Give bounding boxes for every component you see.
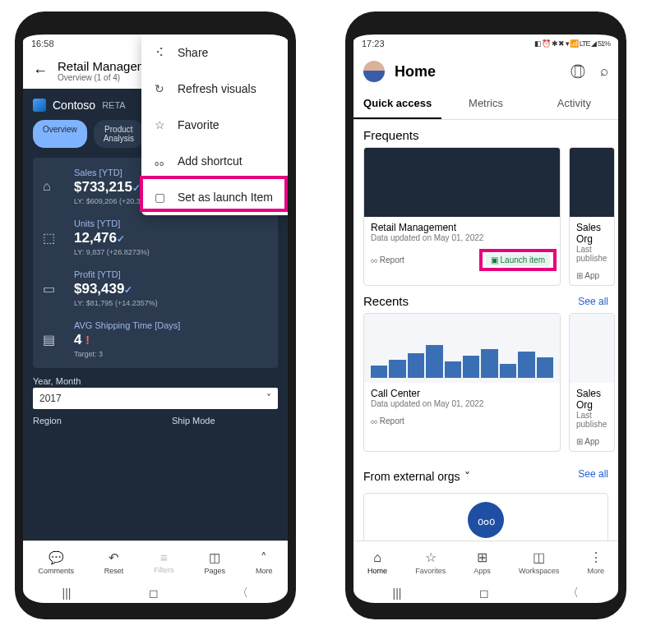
status-time: 17:23 bbox=[362, 39, 385, 48]
nav-favorites[interactable]: ☆Favorites bbox=[415, 550, 446, 575]
comment-icon: 💬 bbox=[49, 550, 64, 565]
shortcut-icon: ₒₒ bbox=[153, 154, 166, 168]
chart-thumbnail bbox=[570, 314, 614, 383]
card-type: App bbox=[584, 437, 599, 446]
camera-icon[interactable]: ⌷⃝ bbox=[574, 63, 582, 80]
menu-add-shortcut[interactable]: ₒₒAdd shortcut bbox=[141, 143, 288, 179]
nav-label: More bbox=[587, 567, 604, 575]
cube-icon: ⬚ bbox=[43, 218, 62, 256]
more-icon: ˄ bbox=[261, 550, 267, 565]
section-external: From external orgs˅ See all ₀ₒ₀ bbox=[363, 460, 608, 540]
slicer-value: 2017 bbox=[39, 393, 62, 404]
status-battery: 51% bbox=[598, 39, 610, 48]
card-external-org[interactable]: ₀ₒ₀ bbox=[363, 493, 608, 540]
bottom-label: Pages bbox=[205, 567, 226, 575]
nav-home[interactable]: ⌂Home bbox=[367, 550, 387, 575]
metric-sub: LY: $81,795 (+14.2357%) bbox=[74, 299, 158, 307]
card-retail-management[interactable]: Retail Management Data updated on May 01… bbox=[363, 147, 561, 286]
nav-back-icon[interactable]: 〈 bbox=[237, 586, 248, 600]
nav-recents-icon[interactable]: ||| bbox=[393, 586, 402, 600]
phone-right: 17:23 ◧ ⏰ ✱ ✖ ▾ 📶 LTE ◢ 51% Home ⌷⃝ ⌕ Qu… bbox=[345, 12, 626, 619]
app-type-icon: ⊞ bbox=[576, 271, 583, 280]
card-sales-org[interactable]: Sales Org Last publishe ⊞ App bbox=[569, 313, 615, 452]
bottom-comments[interactable]: 💬Comments bbox=[38, 550, 74, 575]
nav-recents-icon[interactable]: ||| bbox=[62, 586, 72, 600]
slicer-year: Year, Month 2017˅ bbox=[33, 376, 278, 409]
section-title: From external orgs bbox=[363, 470, 460, 483]
menu-share[interactable]: ⠪Share bbox=[141, 34, 288, 71]
card-subtitle: Data updated on May 01, 2022 bbox=[371, 399, 553, 408]
see-all-link[interactable]: See all bbox=[578, 296, 608, 307]
metric-sub: Target: 3 bbox=[74, 350, 180, 358]
launch-item-badge: ▣Launch item bbox=[486, 254, 550, 266]
nav-label: Workspaces bbox=[519, 567, 559, 575]
metric-label: Profit [YTD] bbox=[74, 269, 158, 279]
nav-label: Apps bbox=[474, 567, 491, 575]
menu-favorite[interactable]: ☆Favorite bbox=[141, 107, 288, 143]
reset-icon: ↶ bbox=[109, 550, 119, 565]
section-frequents: Frequents Retail Management Data updated… bbox=[363, 128, 608, 286]
home-tabs: Quick access Metrics Activity bbox=[353, 90, 618, 120]
store-icon: ⌂ bbox=[43, 168, 62, 205]
tab-overview[interactable]: Overview bbox=[33, 120, 87, 148]
nav-label: Home bbox=[367, 567, 387, 575]
chevron-down-icon: ˅ bbox=[266, 393, 271, 404]
card-title: Retail Management bbox=[371, 222, 553, 233]
card-title: Sales Org bbox=[576, 222, 607, 245]
check-icon: ✓ bbox=[117, 233, 125, 245]
bottom-more[interactable]: ˄More bbox=[256, 550, 273, 575]
chevron-down-icon: ˅ bbox=[464, 470, 470, 483]
filter-icon: ≡ bbox=[160, 550, 168, 564]
back-icon[interactable]: ← bbox=[33, 62, 48, 80]
status-time: 16:58 bbox=[31, 39, 54, 48]
slicer-label: Year, Month bbox=[33, 376, 278, 386]
bottom-reset[interactable]: ↶Reset bbox=[104, 550, 124, 575]
launch-label: Launch item bbox=[501, 255, 545, 264]
status-icons: ◧ ⏰ ✱ ✖ ▾ 📶 LTE ◢ bbox=[534, 39, 596, 48]
nav-apps[interactable]: ⊞Apps bbox=[474, 550, 491, 575]
menu-label: Refresh visuals bbox=[178, 82, 256, 95]
card-sales-org[interactable]: Sales Org Last publishe ⊞ App bbox=[569, 147, 615, 286]
nav-more[interactable]: ⋮More bbox=[587, 550, 604, 575]
calendar-icon: ▤ bbox=[43, 320, 62, 358]
bottom-label: Comments bbox=[38, 567, 74, 575]
menu-set-launch-item[interactable]: ▢Set as launch Item bbox=[141, 179, 288, 215]
menu-label: Favorite bbox=[178, 118, 219, 131]
menu-refresh[interactable]: ↻Refresh visuals bbox=[141, 71, 288, 107]
nav-workspaces[interactable]: ◫Workspaces bbox=[519, 550, 559, 575]
nav-home-icon[interactable]: ◻ bbox=[479, 586, 489, 600]
warn-icon: ! bbox=[85, 334, 90, 347]
card-call-center[interactable]: Call Center Data updated on May 01, 2022… bbox=[363, 313, 561, 452]
bottom-label: Reset bbox=[104, 567, 124, 575]
status-bar: 17:23 ◧ ⏰ ✱ ✖ ▾ 📶 LTE ◢ 51% bbox=[353, 34, 618, 53]
tab-product-analysis[interactable]: Product Analysis bbox=[94, 120, 144, 148]
phone-left: 16:58 ◧ ⏰ ✱ ✖ ▾ 📶 LTE ◢ 37% ← Retail Man… bbox=[15, 12, 296, 619]
bottom-pages[interactable]: ◫Pages bbox=[205, 550, 226, 575]
overflow-menu: ⠪Share ↻Refresh visuals ☆Favorite ₒₒAdd … bbox=[141, 34, 288, 215]
tab-quick-access[interactable]: Quick access bbox=[353, 90, 441, 119]
launch-icon: ▣ bbox=[491, 255, 498, 264]
tab-metrics[interactable]: Metrics bbox=[441, 90, 529, 119]
nav-home-icon[interactable]: ◻ bbox=[149, 586, 159, 600]
search-icon[interactable]: ⌕ bbox=[600, 63, 608, 80]
bottom-label: Filters bbox=[154, 566, 174, 574]
tab-activity[interactable]: Activity bbox=[530, 90, 618, 119]
section-recents: RecentsSee all Call Center Data updated … bbox=[363, 294, 608, 452]
card-subtitle: Data updated on May 01, 2022 bbox=[371, 233, 553, 242]
avatar[interactable] bbox=[363, 61, 385, 82]
share-icon: ⠪ bbox=[153, 46, 166, 59]
external-toggle[interactable]: From external orgs˅ bbox=[363, 470, 470, 483]
brand-sub: RETA bbox=[102, 100, 126, 110]
highlight-box: ▣Launch item bbox=[479, 249, 557, 271]
menu-label: Add shortcut bbox=[178, 154, 243, 168]
card-subtitle: Last publishe bbox=[576, 245, 607, 263]
metric-label: AVG Shipping Time [Days] bbox=[74, 320, 180, 330]
nav-back-icon[interactable]: 〈 bbox=[567, 586, 579, 600]
pages-icon: ◫ bbox=[209, 550, 220, 565]
metric-value: $733,215 bbox=[74, 179, 132, 195]
report-bottom-bar: 💬Comments ↶Reset ≡Filters ◫Pages ˄More bbox=[23, 540, 288, 583]
slicer-dropdown[interactable]: 2017˅ bbox=[33, 388, 278, 409]
see-all-link[interactable]: See all bbox=[578, 468, 608, 480]
menu-label: Set as launch Item bbox=[178, 191, 273, 204]
android-nav: |||◻〈 bbox=[23, 583, 288, 603]
